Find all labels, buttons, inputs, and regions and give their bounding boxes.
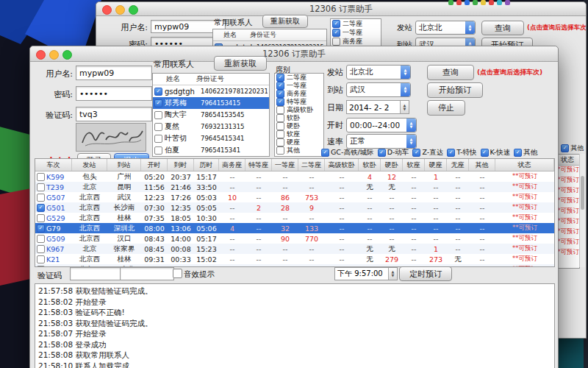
front-titlebar[interactable]: 12306 订票助手 <box>30 46 558 62</box>
train-checkbox[interactable] <box>37 214 45 222</box>
stop-button[interactable]: 停止 <box>427 100 465 116</box>
start-booking-button[interactable]: 开始预订 <box>427 82 483 98</box>
refresh-contacts-button[interactable]: 重新获取 <box>262 15 308 28</box>
column-header[interactable]: 其他 <box>469 159 495 171</box>
contact-row[interactable]: ✓gsdgtgh140622197812202315 <box>153 85 269 97</box>
contact-row[interactable]: 叶苦切79645415341 <box>153 132 269 144</box>
seat-type-list[interactable]: ✓二等座✓一等座✓商务座✓特等座高级软卧软卧硬卧软座硬座其他 <box>274 73 324 157</box>
train-checkbox[interactable] <box>37 183 45 191</box>
minimize-button[interactable] <box>115 5 125 15</box>
seat-checkbox[interactable]: ✓ <box>332 20 340 28</box>
scrollbar-thumb[interactable] <box>581 176 584 210</box>
train-checkbox[interactable]: ✓ <box>37 204 45 212</box>
contacts-list[interactable]: 姓名 身份证号 ✓gsdgtgh140622197812202315✓郑秀梅79… <box>152 73 270 157</box>
seat-checkbox[interactable] <box>276 114 284 122</box>
seat-checkbox[interactable] <box>276 146 284 155</box>
query-button[interactable]: 查询 <box>427 65 474 80</box>
column-header[interactable]: 硬卧 <box>381 159 403 171</box>
train-row[interactable]: G509北京西汉口08:4314:0005:17----90770-------… <box>35 233 554 244</box>
filter-checkbox[interactable]: ✓ <box>412 149 420 157</box>
column-header[interactable]: 软卧 <box>359 159 381 171</box>
refresh-contacts-button[interactable]: 重新获取 <box>214 56 267 71</box>
column-header[interactable]: 开时 <box>141 159 168 171</box>
query-button[interactable]: 查询 <box>481 21 524 35</box>
filter-checkbox[interactable]: ✓ <box>378 149 386 157</box>
contact-row[interactable]: ✓郑秀梅7964153415 <box>153 97 269 109</box>
zoom-button[interactable] <box>129 5 138 15</box>
filter-checkbox[interactable]: ✓ <box>321 149 329 157</box>
stepper-arrows-icon[interactable]: ▲▼ <box>388 268 397 280</box>
train-row[interactable]: T239北京昆明11:5621:4633:50----------无无-----… <box>35 182 554 192</box>
train-row[interactable]: G529北京西桂林07:3518:0510:30----------------… <box>35 213 554 223</box>
to-select[interactable]: 武汉 ▲▼ <box>346 82 411 97</box>
train-row[interactable]: G507北京西武汉12:2317:2605:0310--86753-------… <box>35 192 554 202</box>
contact-checkbox[interactable] <box>154 135 162 143</box>
speed-select[interactable]: 正常 ▲▼ <box>346 134 417 149</box>
from-select[interactable]: 北京北 ▲▼ <box>346 65 411 79</box>
back-table-scrollbar[interactable] <box>579 154 585 267</box>
column-header[interactable]: 一等座 <box>272 159 298 171</box>
filter-checkbox[interactable]: ✓ <box>514 149 522 157</box>
seat-checkbox[interactable]: ✓ <box>276 98 284 106</box>
column-header[interactable]: 无座 <box>447 159 469 171</box>
train-filter[interactable]: ✓K-快速 <box>481 148 511 158</box>
contact-checkbox[interactable] <box>154 146 162 155</box>
log-area[interactable]: 21:57:58 获取登陆验证码完成。21:58:02 开始登录21:58:03… <box>35 283 555 368</box>
seat-checkbox[interactable] <box>276 122 284 130</box>
column-header[interactable]: 硬座 <box>425 159 447 171</box>
train-filter[interactable]: ✓T-特快 <box>447 148 476 158</box>
train-row[interactable]: K599包头广州05:2020:3715:17----------412--1-… <box>35 171 554 182</box>
captcha-image[interactable] <box>76 123 146 152</box>
contact-checkbox[interactable] <box>154 123 162 131</box>
filter-checkbox[interactable]: ✓ <box>481 149 489 157</box>
column-header[interactable]: 商务座 <box>219 159 245 171</box>
back-titlebar[interactable]: 12306 订票助手 <box>96 2 586 16</box>
train-checkbox[interactable] <box>37 173 45 181</box>
column-header[interactable]: 特等座 <box>245 159 272 171</box>
filter-checkbox[interactable]: ✓ <box>561 144 569 152</box>
train-checkbox[interactable] <box>37 255 45 263</box>
username-input[interactable]: mypw09 <box>76 66 152 80</box>
train-table[interactable]: 车次发站到站开时到时历时商务座特等座一等座二等座高级软卧软卧硬卧软座硬座无座其他… <box>35 158 555 267</box>
stepper-arrows-icon[interactable]: ▲▼ <box>400 101 409 113</box>
sound-checkbox[interactable] <box>173 269 182 278</box>
depart-time-select[interactable]: 00:00--24:00 ▲▼ <box>346 118 417 132</box>
seat-type-option[interactable]: 商务座 <box>331 37 381 46</box>
seat-checkbox[interactable] <box>276 106 284 114</box>
seat-checkbox[interactable]: ✓ <box>332 29 340 37</box>
column-header[interactable]: 到时 <box>168 159 194 171</box>
bottom-captcha-input-1[interactable] <box>70 267 124 280</box>
column-header[interactable]: 到站 <box>107 159 141 171</box>
filter-checkbox[interactable]: ✓ <box>447 149 455 157</box>
train-checkbox[interactable] <box>37 194 45 202</box>
minimize-button[interactable] <box>49 50 59 60</box>
train-filter[interactable]: ✓Z-直达 <box>412 148 443 158</box>
from-select[interactable]: 北京北 ▲▼ <box>415 21 476 35</box>
bottom-captcha-input-2[interactable] <box>120 267 174 280</box>
contact-row[interactable]: 伯夏7965415341 <box>153 144 269 156</box>
seat-checkbox[interactable] <box>276 138 284 146</box>
train-checkbox[interactable] <box>37 245 45 253</box>
train-checkbox[interactable]: ✓ <box>37 224 45 233</box>
date-stepper[interactable]: 2014- 2- 2 ▲▼ <box>346 100 409 114</box>
contact-row[interactable]: 夏然76932131315 <box>153 121 269 132</box>
close-button[interactable] <box>102 5 112 15</box>
train-filter[interactable]: ✓GC-高铁/城际 <box>321 148 374 158</box>
seat-checkbox[interactable] <box>332 38 340 46</box>
seat-type-option[interactable]: 其他 <box>275 146 323 155</box>
captcha-input[interactable]: tvq3 <box>76 107 152 121</box>
seat-checkbox[interactable]: ✓ <box>276 90 284 98</box>
train-filter[interactable]: ✓D-动车 <box>378 148 409 158</box>
seat-checkbox[interactable]: ✓ <box>276 82 284 90</box>
seat-type-option[interactable]: ✓一等座 <box>331 28 381 37</box>
train-checkbox[interactable] <box>37 266 45 268</box>
column-header[interactable]: 软座 <box>403 159 425 171</box>
seat-type-option[interactable]: ✓二等座 <box>331 19 381 28</box>
close-button[interactable] <box>36 50 46 60</box>
column-header[interactable]: 历时 <box>194 159 219 171</box>
contact-checkbox[interactable] <box>154 111 162 119</box>
seat-checkbox[interactable] <box>276 130 284 138</box>
train-row[interactable]: ✓G501北京西长沙南07:3012:3505:05--2289--------… <box>35 202 554 213</box>
timer-time-stepper[interactable]: 下午 9:57:00 ▲▼ <box>334 267 398 280</box>
train-row[interactable]: K21北京西桂林09:3100:3315:02----------无279--2… <box>35 254 554 264</box>
